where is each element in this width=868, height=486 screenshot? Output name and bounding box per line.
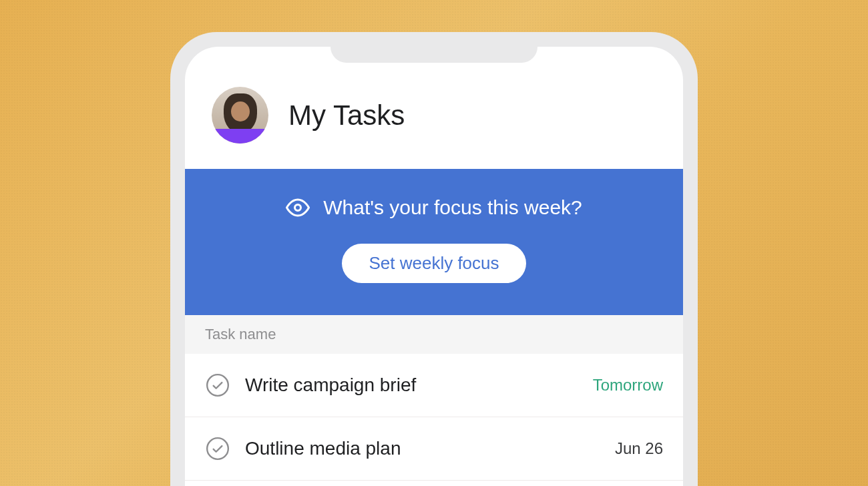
task-row[interactable]: Outline media plan Jun 26: [185, 417, 683, 481]
focus-question-row: What's your focus this week?: [205, 196, 663, 220]
avatar[interactable]: [212, 87, 268, 144]
task-due-date: Jun 26: [615, 439, 663, 458]
svg-point-1: [207, 375, 228, 396]
svg-point-0: [295, 205, 301, 211]
check-circle-icon[interactable]: [205, 373, 230, 398]
check-circle-icon[interactable]: [205, 436, 230, 461]
task-due-date: Tomorrow: [593, 376, 663, 395]
phone-notch: [331, 47, 537, 63]
page-title: My Tasks: [288, 99, 405, 132]
task-list-column-header: Task name: [185, 315, 683, 354]
phone-screen: My Tasks What's your focus this week? Se…: [185, 47, 683, 486]
svg-point-2: [207, 438, 228, 459]
set-weekly-focus-button[interactable]: Set weekly focus: [342, 244, 525, 283]
header: My Tasks: [185, 47, 683, 169]
task-row[interactable]: Write campaign brief Tomorrow: [185, 354, 683, 417]
phone-frame: My Tasks What's your focus this week? Se…: [170, 32, 698, 486]
focus-question-text: What's your focus this week?: [323, 196, 582, 219]
eye-icon: [286, 196, 310, 220]
focus-banner: What's your focus this week? Set weekly …: [185, 169, 683, 315]
task-name: Outline media plan: [245, 438, 600, 459]
task-name: Write campaign brief: [245, 375, 578, 396]
